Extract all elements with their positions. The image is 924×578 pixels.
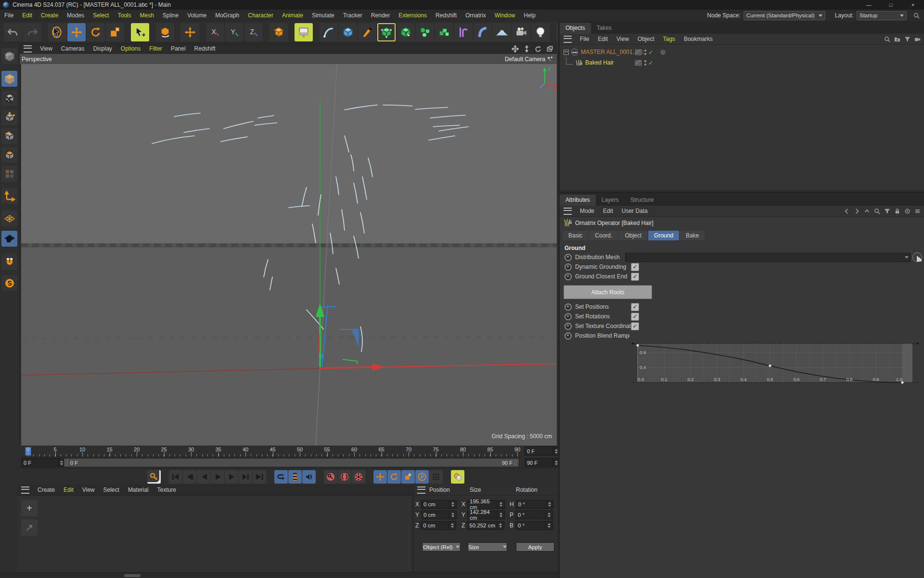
set-positions-checkbox[interactable]: ✓ (631, 303, 639, 311)
tab-structure[interactable]: Structure (625, 195, 660, 206)
section-tab-object[interactable]: Object (619, 231, 647, 240)
material-menu-select[interactable]: Select (99, 484, 124, 496)
menu-character[interactable]: Character (244, 10, 278, 21)
menu-file[interactable]: File (0, 10, 18, 21)
editor-render-dots-icon[interactable] (644, 60, 646, 66)
point-mode-icon[interactable] (1, 109, 17, 125)
tag-gear-icon[interactable] (659, 48, 667, 56)
scale-tool-icon[interactable] (106, 23, 124, 41)
filter-icon[interactable] (903, 35, 911, 43)
dynamic-grounding-checkbox[interactable]: ✓ (631, 263, 639, 271)
menu-render[interactable]: Render (367, 10, 394, 21)
deformer-icon[interactable] (454, 23, 473, 41)
menu-icon[interactable] (417, 486, 425, 494)
expand-toggle-icon[interactable] (564, 50, 569, 55)
object-menu-file[interactable]: File (576, 33, 593, 45)
tab-takes[interactable]: Takes (591, 23, 617, 34)
spline-pen-icon[interactable] (320, 23, 338, 41)
y-lock-icon[interactable]: Y (225, 23, 244, 41)
close-button[interactable]: × (902, 0, 924, 10)
viewport-menu-panel[interactable]: Panel (167, 43, 190, 54)
sound-icon[interactable] (302, 470, 316, 484)
status-scrollbar[interactable] (124, 574, 141, 577)
back-icon[interactable] (843, 207, 850, 215)
menu-simulate[interactable]: Simulate (308, 10, 339, 21)
key-position-icon[interactable] (373, 470, 387, 484)
tab-layers[interactable]: Layers (596, 195, 625, 206)
attribute-menu-edit[interactable]: Edit (599, 205, 617, 217)
dolly-icon[interactable] (522, 45, 531, 53)
upload-arrow-icon[interactable]: ↗ (21, 519, 38, 536)
viewport-menu-view[interactable]: View (36, 43, 57, 54)
filter-icon[interactable] (883, 207, 891, 215)
search-icon[interactable] (912, 12, 920, 19)
object-menu-edit[interactable]: Edit (593, 33, 612, 45)
snap-icon[interactable] (1, 254, 17, 270)
position-y-field[interactable]: 0 cm (421, 511, 457, 519)
array-object-icon[interactable] (435, 23, 453, 41)
pan-icon[interactable] (511, 45, 519, 53)
maximize-icon[interactable] (545, 45, 554, 53)
add-folder-icon[interactable] (893, 35, 901, 43)
viewport-menu-redshift[interactable]: Redshift (190, 43, 220, 54)
goto-end-icon[interactable] (253, 470, 266, 484)
redo-icon[interactable] (23, 23, 41, 41)
menu-mograph[interactable]: MoGraph (211, 10, 244, 21)
pick-object-icon[interactable] (912, 252, 922, 262)
object-menu-object[interactable]: Object (633, 33, 659, 45)
edge-mode-icon[interactable] (1, 128, 17, 144)
material-menu-texture[interactable]: Texture (153, 484, 180, 496)
spinner[interactable] (58, 459, 63, 467)
tree-row[interactable]: Baked Hair✓ (560, 57, 924, 68)
layout-dropdown[interactable]: Startup (857, 11, 907, 20)
viewport-3d[interactable]: Y X Grid Spacing : 5000 cm (21, 64, 557, 446)
apply-button[interactable]: Apply (516, 542, 554, 552)
coord-system-icon[interactable] (270, 23, 288, 41)
range-slider[interactable]: 0 F 90 F (64, 458, 519, 467)
key-pla-icon[interactable] (429, 470, 443, 484)
recent-tool-icon[interactable] (131, 23, 149, 41)
animation-radio-icon[interactable] (565, 263, 572, 271)
autokey-record-icon[interactable] (324, 470, 337, 484)
texture-mode-icon[interactable] (1, 90, 17, 106)
section-tab-bake[interactable]: Bake (680, 231, 705, 240)
menu-volume[interactable]: Volume (183, 10, 211, 21)
play-mode-icon[interactable] (288, 470, 302, 484)
node-space-dropdown[interactable]: Current (Standard/Physical) (744, 11, 825, 20)
pin-icon[interactable] (903, 207, 911, 215)
axis-mode-icon[interactable] (1, 188, 17, 204)
enabled-check-icon[interactable]: ✓ (648, 59, 654, 66)
keying-settings-icon[interactable] (352, 470, 365, 484)
prev-frame-icon[interactable] (197, 470, 210, 484)
object-menu-bookmarks[interactable]: Bookmarks (680, 33, 717, 45)
alembic-icon[interactable] (571, 48, 578, 56)
menu-modes[interactable]: Modes (63, 10, 89, 21)
prev-key-icon[interactable] (183, 470, 196, 484)
spinner[interactable] (552, 459, 558, 467)
lock-icon[interactable] (893, 207, 901, 215)
model-mode-icon[interactable] (1, 71, 17, 87)
goto-start-icon[interactable] (169, 470, 182, 484)
viewport-menu-cameras[interactable]: Cameras (57, 43, 89, 54)
floor-object-icon[interactable] (493, 23, 511, 41)
size-mode-dropdown[interactable]: Size (468, 542, 507, 552)
animation-radio-icon[interactable] (565, 254, 572, 261)
section-tab-ground[interactable]: Ground (648, 231, 679, 240)
move-tool-icon[interactable] (67, 23, 86, 41)
z-lock-icon[interactable]: Z (244, 23, 263, 41)
ground-closest-end-checkbox[interactable]: ✓ (631, 273, 639, 281)
object-menu-view[interactable]: View (612, 33, 633, 45)
timeline-ruler[interactable]: 051015202530354045505560657075808590 (21, 447, 522, 457)
hair-icon[interactable] (575, 59, 583, 66)
x-lock-icon[interactable]: X (206, 23, 224, 41)
sculpt-brush-icon[interactable] (358, 23, 376, 41)
camera-select-icon[interactable] (546, 55, 554, 63)
record-key-icon[interactable] (147, 470, 161, 484)
current-frame-field[interactable]: 0 F (525, 447, 560, 456)
uv-mode-icon[interactable] (1, 166, 17, 182)
render-region-icon[interactable] (295, 23, 313, 41)
attribute-menu-mode[interactable]: Mode (576, 205, 599, 217)
coord-mode-dropdown[interactable]: Object (Rel) (422, 542, 461, 552)
range-grip-right[interactable] (514, 460, 517, 466)
key-rotation-icon[interactable] (387, 470, 401, 484)
